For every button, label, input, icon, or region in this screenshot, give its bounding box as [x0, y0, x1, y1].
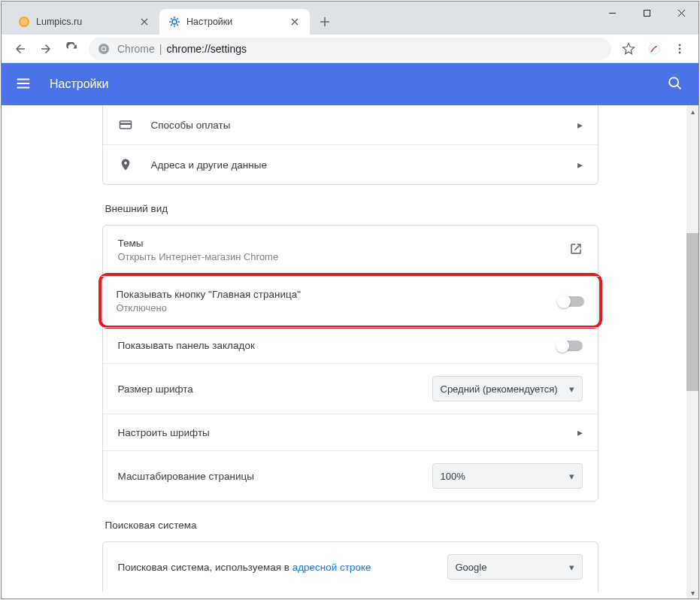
new-tab-button[interactable]: [314, 11, 335, 32]
tab-lumpics[interactable]: Lumpics.ru: [9, 9, 159, 35]
scrollbar-thumb[interactable]: [686, 233, 698, 391]
home-button-toggle[interactable]: [559, 296, 584, 307]
back-button[interactable]: [8, 36, 33, 62]
appearance-card: Темы Открыть Интернет-магазин Chrome Пок…: [102, 225, 598, 502]
payment-methods-row[interactable]: Способы оплаты ▸: [103, 105, 598, 144]
svg-line-8: [177, 24, 178, 26]
font-size-row: Размер шрифта Средний (рекомендуется) ▾: [103, 363, 598, 414]
svg-point-15: [649, 43, 659, 53]
address-bar-link[interactable]: адресной строке: [292, 562, 371, 573]
dropdown-arrow-icon: ▾: [569, 471, 574, 482]
row-label: Темы: [118, 238, 569, 249]
autofill-card-partial: Способы оплаты ▸ Адреса и другие данные …: [102, 105, 598, 185]
dropdown-value: Средний (рекомендуется): [441, 383, 558, 395]
addresses-row[interactable]: Адреса и другие данные ▸: [103, 144, 598, 184]
tab-settings[interactable]: Настройки: [159, 9, 310, 35]
extension-icon[interactable]: [641, 36, 667, 62]
forward-button[interactable]: [33, 36, 59, 62]
home-button-row[interactable]: Показывать кнопку "Главная страница" Отк…: [102, 276, 599, 326]
dropdown-arrow-icon: ▾: [569, 383, 574, 395]
row-label: Настроить шрифты: [118, 427, 577, 438]
toolbar: Chrome | chrome://settings: [2, 35, 698, 63]
external-link-icon: [569, 242, 583, 259]
tab-title: Настройки: [186, 17, 284, 27]
address-path: chrome://settings: [166, 43, 247, 55]
maximize-button[interactable]: [629, 2, 664, 24]
row-label: Способы оплаты: [151, 120, 577, 131]
customize-fonts-row[interactable]: Настроить шрифты ▸: [103, 414, 598, 450]
svg-rect-22: [120, 123, 131, 126]
settings-scroll: Способы оплаты ▸ Адреса и другие данные …: [102, 105, 598, 598]
tab-strip: Lumpics.ru Настройки: [2, 2, 335, 35]
gear-icon-blue: [168, 16, 180, 28]
row-sublabel: Открыть Интернет-магазин Chrome: [118, 251, 569, 262]
svg-point-19: [679, 51, 681, 53]
chevron-right-icon: ▸: [577, 426, 583, 438]
svg-point-14: [102, 47, 105, 50]
close-icon[interactable]: [289, 16, 301, 28]
svg-point-1: [20, 18, 28, 26]
row-label: Показывать кнопку "Главная страница": [117, 289, 559, 300]
settings-title: Настройки: [50, 77, 667, 91]
svg-line-9: [171, 24, 172, 26]
tab-title: Lumpics.ru: [36, 17, 134, 27]
browser-window: Lumpics.ru Настройки: [1, 1, 699, 599]
reload-button[interactable]: [59, 36, 84, 62]
svg-line-7: [171, 18, 172, 20]
favicon-lumpics: [18, 16, 30, 28]
row-label: Показывать панель закладок: [118, 340, 557, 351]
svg-point-17: [679, 44, 681, 46]
titlebar: Lumpics.ru Настройки: [2, 2, 698, 35]
minimize-button[interactable]: [595, 2, 629, 24]
close-icon[interactable]: [138, 16, 150, 28]
settings-header: Настройки: [2, 63, 698, 105]
scroll-up-arrow[interactable]: ▴: [686, 105, 698, 117]
address-bar[interactable]: Chrome | chrome://settings: [89, 38, 611, 60]
svg-point-23: [124, 162, 127, 165]
font-size-dropdown[interactable]: Средний (рекомендуется) ▾: [432, 376, 583, 402]
credit-card-icon: [118, 117, 133, 132]
dropdown-value: Google: [456, 562, 487, 573]
scrollbar-track[interactable]: ▴ ▾: [686, 105, 698, 598]
svg-point-2: [172, 20, 177, 24]
svg-rect-11: [644, 10, 650, 16]
search-engine-row: Поисковая система, используемая в адресн…: [103, 542, 598, 592]
section-search-title: Поисковая система: [105, 520, 598, 531]
row-label: Адреса и другие данные: [151, 159, 577, 171]
search-icon[interactable]: [667, 75, 685, 93]
menu-icon[interactable]: [667, 36, 692, 62]
chevron-right-icon: ▸: [577, 119, 583, 131]
bookmarks-bar-row[interactable]: Показывать панель закладок: [103, 327, 598, 363]
chrome-icon: [98, 43, 110, 55]
svg-point-18: [679, 47, 681, 50]
star-icon[interactable]: [616, 36, 641, 62]
dropdown-value: 100%: [441, 471, 465, 482]
address-separator: |: [159, 43, 162, 55]
row-label: Размер шрифта: [118, 383, 432, 395]
page-zoom-dropdown[interactable]: 100% ▾: [432, 463, 583, 489]
svg-line-10: [177, 18, 178, 20]
address-origin: Chrome: [117, 43, 155, 55]
highlight-annotation: Показывать кнопку "Главная страница" Отк…: [98, 273, 602, 329]
scroll-down-arrow[interactable]: ▾: [686, 586, 698, 598]
svg-point-20: [669, 77, 678, 86]
row-label: Масштабирование страницы: [118, 471, 432, 482]
search-card: Поисковая система, используемая в адресн…: [102, 541, 598, 592]
svg-point-16: [650, 50, 652, 52]
location-pin-icon: [118, 157, 133, 172]
search-engine-dropdown[interactable]: Google ▾: [447, 554, 583, 580]
close-window-button[interactable]: [664, 2, 698, 24]
chevron-right-icon: ▸: [577, 159, 583, 171]
page-zoom-row: Масштабирование страницы 100% ▾: [103, 450, 598, 501]
section-appearance-title: Внешний вид: [105, 203, 598, 214]
content-area: ▴ ▾ Способы оплаты ▸ Адреса и друг: [2, 105, 698, 598]
hamburger-icon[interactable]: [15, 75, 33, 93]
bookmarks-bar-toggle[interactable]: [557, 341, 583, 351]
row-sublabel: Отключено: [117, 302, 559, 314]
row-label: Поисковая система, используемая в адресн…: [118, 562, 447, 573]
window-controls: [595, 2, 698, 24]
themes-row[interactable]: Темы Открыть Интернет-магазин Chrome: [103, 226, 598, 274]
dropdown-arrow-icon: ▾: [569, 562, 574, 573]
